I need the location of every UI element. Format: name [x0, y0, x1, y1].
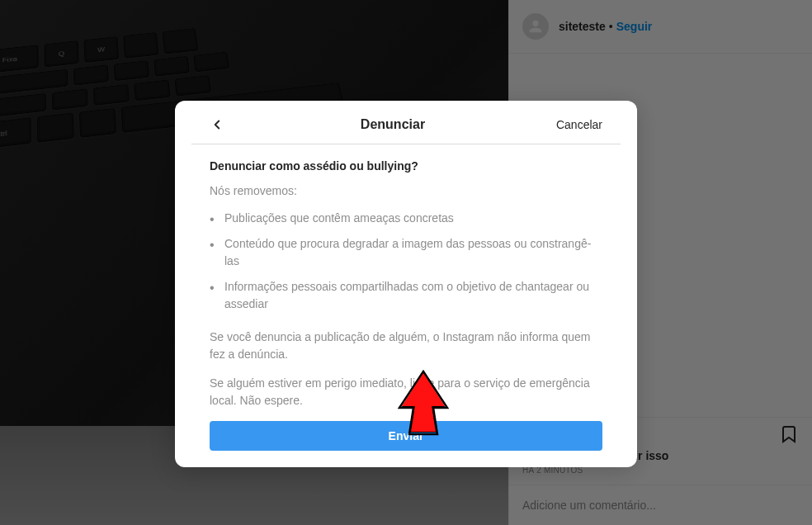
cancel-button[interactable]: Cancelar: [556, 118, 602, 131]
modal-header: Denunciar Cancelar: [191, 114, 621, 144]
back-button[interactable]: [210, 117, 229, 132]
submit-button[interactable]: Enviar: [210, 421, 602, 451]
report-bullet: Informações pessoais compartilhadas com …: [210, 274, 602, 317]
report-bullet: Conteúdo que procura degradar a imagem d…: [210, 231, 602, 274]
report-bullet-list: Publicações que contêm ameaças concretas…: [210, 206, 602, 317]
modal-content: Denunciar como assédio ou bullying? Nós …: [175, 144, 637, 451]
report-paragraph: Se você denuncia a publicação de alguém,…: [210, 329, 602, 363]
chevron-left-icon: [210, 117, 224, 132]
modal-title: Denunciar: [229, 117, 556, 132]
report-modal: Denunciar Cancelar Denunciar como assédi…: [175, 101, 637, 467]
report-question: Denunciar como assédio ou bullying?: [210, 159, 602, 173]
report-bullet: Publicações que contêm ameaças concretas: [210, 206, 602, 231]
report-intro: Nós removemos:: [210, 184, 602, 197]
report-paragraph: Se alguém estiver em perigo imediato, li…: [210, 375, 602, 409]
